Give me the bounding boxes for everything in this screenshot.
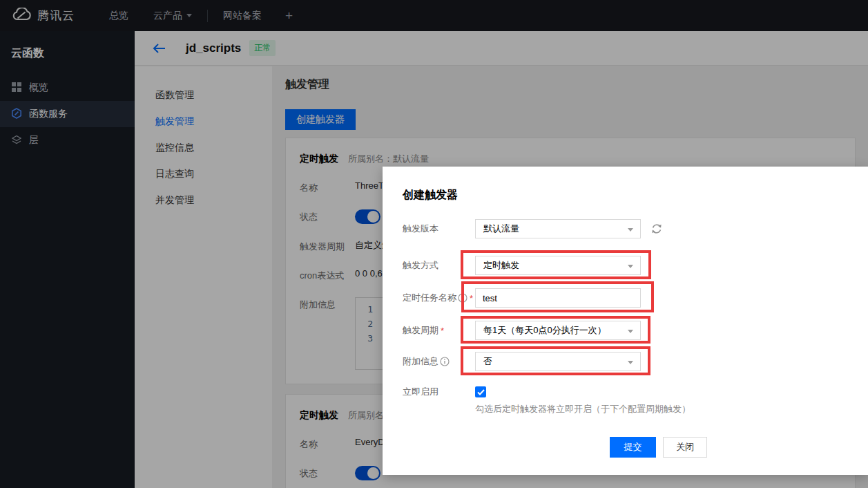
trigger-period-label: 触发周期 * — [403, 324, 475, 337]
chevron-down-icon — [628, 265, 633, 268]
trigger-type-select[interactable]: 定时触发 — [475, 256, 641, 275]
enable-now-label: 立即启用 — [403, 386, 475, 398]
trigger-version-label: 触发版本 — [403, 223, 475, 235]
task-name-input[interactable] — [475, 288, 641, 308]
enable-now-checkbox[interactable] — [475, 386, 486, 397]
enable-now-hint: 勾选后定时触发器将立即开启（于下个配置周期触发） — [475, 403, 691, 415]
task-name-label: 定时任务名称 * — [403, 292, 475, 304]
extra-info-label-text: 附加信息 — [403, 355, 438, 368]
extra-info-label: 附加信息 — [403, 355, 475, 368]
required-mark: * — [441, 326, 444, 336]
trigger-period-select[interactable]: 每1天（每天0点0分执行一次） — [475, 321, 641, 340]
trigger-period-value: 每1天（每天0点0分执行一次） — [483, 324, 606, 337]
create-trigger-modal: 创建触发器 触发版本 默认流量 触发方式 定时触发 — [383, 167, 868, 475]
trigger-version-select[interactable]: 默认流量 — [475, 219, 641, 238]
trigger-period-label-text: 触发周期 — [403, 324, 438, 337]
trigger-type-value: 定时触发 — [483, 259, 519, 272]
required-mark: * — [470, 293, 473, 303]
submit-button[interactable]: 提交 — [610, 437, 656, 458]
trigger-type-label: 触发方式 — [403, 259, 475, 272]
chevron-down-icon — [628, 361, 633, 364]
extra-info-select[interactable]: 否 — [475, 352, 641, 371]
info-icon[interactable] — [458, 293, 467, 303]
tencent-cloud-console: 腾讯云 总览 云产品 网站备案 + 云函数 — [0, 0, 868, 488]
chevron-down-icon — [628, 228, 633, 232]
refresh-icon[interactable] — [650, 223, 663, 235]
modal-title: 创建触发器 — [403, 188, 458, 203]
extra-info-value: 否 — [483, 355, 492, 368]
info-icon[interactable] — [440, 357, 450, 366]
task-name-label-text: 定时任务名称 — [403, 292, 456, 304]
chevron-down-icon — [628, 330, 633, 333]
close-button[interactable]: 关闭 — [663, 437, 707, 458]
trigger-version-value: 默认流量 — [483, 223, 519, 235]
